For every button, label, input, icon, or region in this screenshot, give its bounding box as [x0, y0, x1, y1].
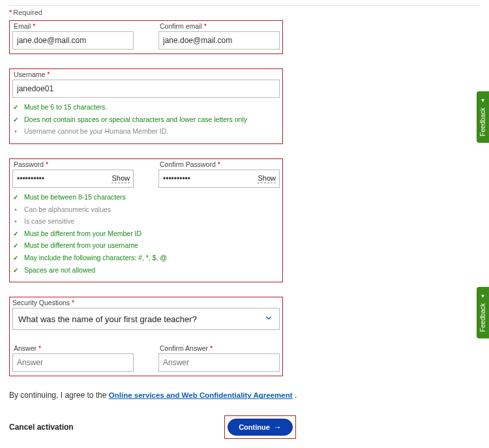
security-question-select[interactable]: What was the name of your first grade te… [12, 308, 280, 330]
rule-item: ✓May include the following characters: #… [12, 254, 278, 263]
check-icon: ✓ [12, 230, 19, 238]
rule-text: Spaces are not allowed [24, 266, 95, 275]
security-question-selected: What was the name of your first grade te… [18, 314, 197, 324]
rule-text: Is case sensitive [24, 217, 74, 226]
rule-text: Can be alphanumeric values [24, 205, 111, 215]
email-input[interactable] [12, 31, 134, 50]
password-section: Password * Show Confirm Password * Show … [9, 158, 283, 282]
rule-text: Must be different from your Member ID [24, 230, 141, 239]
confirm-password-label: Confirm Password * [158, 160, 280, 168]
continue-button[interactable]: Continue → [228, 419, 293, 436]
username-section: Username * ✓Must be 6 to 15 characters.✓… [9, 68, 283, 144]
rule-item: •Is case sensitive [12, 217, 278, 226]
security-label: Security Questions * [10, 299, 282, 306]
agreement-link[interactable]: Online services and Web Confidentiality … [109, 391, 293, 399]
confirm-password-show-toggle[interactable]: Show [258, 174, 276, 183]
security-section: Security Questions * What was the name o… [9, 297, 283, 376]
confirm-answer-label: Confirm Answer * [158, 344, 280, 352]
check-icon: ✓ [12, 103, 19, 112]
continue-highlight: Continue → [224, 415, 296, 439]
arrow-right-icon: → [274, 423, 282, 432]
check-icon: ✓ [12, 254, 19, 262]
cancel-activation-link[interactable]: Cancel activation [9, 423, 74, 432]
username-label: Username * [12, 70, 280, 78]
rule-text: Must be different from your username [24, 241, 138, 250]
answer-input[interactable] [12, 353, 134, 372]
bullet-icon: • [12, 217, 19, 226]
username-rules: ✓Must be 6 to 15 characters.✓Does not co… [10, 103, 282, 136]
check-icon: ✓ [12, 193, 19, 202]
username-input[interactable] [12, 80, 280, 98]
rule-text: Must be 6 to 15 characters. [24, 103, 107, 112]
triangle-icon: ▲ [480, 293, 486, 299]
password-show-toggle[interactable]: Show [111, 174, 130, 183]
confirm-answer-input[interactable] [158, 353, 280, 372]
rule-item: ✓Must be different from your username [12, 241, 278, 250]
rule-item: ✓Does not contain spaces or special char… [12, 115, 278, 125]
check-icon: ✓ [12, 266, 19, 275]
rule-text: Must be between 8-15 characters [24, 193, 126, 202]
chevron-down-icon [264, 314, 273, 325]
email-section: Email * Confirm email * [9, 20, 283, 54]
rule-item: •Username cannot be your Humana Member I… [12, 127, 278, 136]
rule-text: Does not contain spaces or special chara… [24, 115, 247, 125]
answer-label: Answer * [12, 344, 134, 352]
password-rules: ✓Must be between 8-15 characters•Can be … [10, 193, 282, 275]
rule-text: May include the following characters: #,… [24, 254, 167, 263]
bullet-icon: • [12, 205, 19, 214]
rule-text: Username cannot be your Humana Member ID… [24, 127, 168, 136]
triangle-icon: ▲ [480, 98, 486, 104]
bullet-icon: • [12, 127, 19, 136]
rule-item: •Can be alphanumeric values [12, 205, 278, 215]
confirm-email-label: Confirm email * [158, 22, 280, 30]
email-label: Email * [12, 22, 134, 30]
feedback-tab[interactable]: Feedback▲ [477, 91, 489, 143]
password-label: Password * [12, 160, 134, 168]
rule-item: ✓Spaces are not allowed [12, 266, 278, 275]
check-icon: ✓ [12, 241, 19, 250]
rule-item: ✓Must be different from your Member ID [12, 230, 278, 239]
confirm-email-input[interactable] [158, 31, 280, 50]
required-note: *Required [9, 8, 480, 16]
rule-item: ✓Must be between 8-15 characters [12, 193, 278, 202]
rule-item: ✓Must be 6 to 15 characters. [12, 103, 278, 112]
feedback-tab[interactable]: Feedback▲ [477, 287, 489, 338]
check-icon: ✓ [12, 115, 19, 124]
agreement-text: By continuing, I agree to the Online ser… [9, 391, 480, 400]
